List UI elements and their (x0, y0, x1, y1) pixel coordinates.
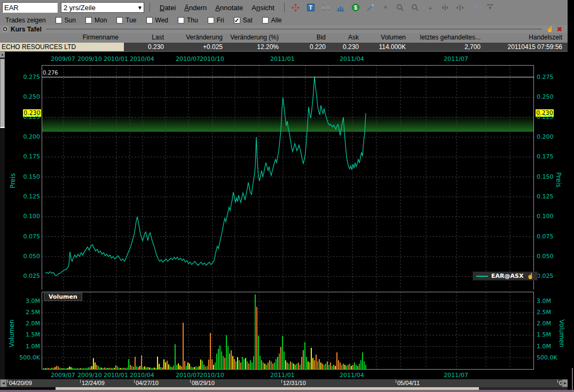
separator (284, 3, 285, 12)
quote-cell: 0.220 (284, 43, 331, 51)
day-label: Fri (217, 17, 224, 24)
wrench-icon[interactable] (470, 3, 480, 12)
scrollbar-date-label: 05/04/11 (397, 380, 420, 386)
hand-icon: ☝ (526, 273, 534, 279)
checkbox-icon[interactable] (146, 17, 153, 23)
checkbox-icon[interactable] (116, 17, 123, 23)
column-header[interactable]: Handelszeit (486, 33, 568, 43)
scroll-left-button[interactable]: ◄ (0, 379, 7, 387)
price-axis-title-right: Preis (555, 172, 562, 188)
collapse-panel-icon[interactable]: ▼ (2, 26, 8, 32)
move-icon[interactable] (291, 3, 301, 12)
candlestick-icon[interactable] (321, 3, 331, 12)
quote-cell: +0.025 (169, 43, 228, 51)
price-tick-label: 0.025 (3, 273, 40, 279)
checkbox-icon[interactable] (178, 17, 184, 23)
tick-mark (190, 380, 191, 383)
legend-label: EAR@ASX (491, 273, 523, 279)
series-legend[interactable]: EAR@ASX ☝ (473, 271, 538, 281)
collapse-horizontal-icon[interactable] (455, 3, 465, 12)
x-axis-label: 2010/07 (176, 55, 200, 62)
scrollbar-date-label: 04/20/09 (9, 380, 32, 386)
day-checkbox-thu[interactable]: Thu (178, 17, 198, 24)
symbol-input[interactable] (2, 2, 58, 13)
scrollbar-date: 08/29/10 (190, 380, 215, 386)
text-tool-icon[interactable]: T (306, 3, 316, 12)
volume-tick-label: 500.0K (3, 354, 40, 361)
menu-bar: DateiÄndernAnnotateAnsicht (155, 4, 279, 12)
zoom-out-icon[interactable] (411, 3, 420, 12)
period-select[interactable]: 2 yrs/Zeile ▼ (61, 2, 144, 13)
column-header[interactable]: Last (124, 33, 169, 43)
x-axis-label: 2010/04 (130, 372, 154, 379)
x-axis-label: 2011/07 (444, 372, 468, 379)
price-tick-label: 0.275 (3, 74, 40, 81)
checkbox-icon[interactable] (56, 17, 62, 23)
trendline-caret-icon[interactable]: ▼ (381, 3, 390, 12)
date-scrollbar[interactable]: 04/20/0912/24/0904/27/1008/29/1012/31/10… (0, 379, 569, 387)
day-checkbox-alle[interactable]: Alle (262, 17, 282, 24)
day-checkbox-mon[interactable]: Mon (85, 17, 107, 24)
volume-chart[interactable] (42, 292, 534, 370)
day-label: Alle (271, 17, 282, 24)
column-header[interactable]: Veränderung (%) (228, 33, 284, 43)
day-checkbox-wed[interactable]: Wed (146, 17, 168, 24)
tick-mark (281, 380, 282, 383)
crosshair-icon[interactable]: + (426, 3, 435, 12)
price-tick-label: 0.100 (3, 213, 40, 220)
chevron-down-icon[interactable]: ▼ (137, 5, 143, 11)
x-axis-label: 2011/07 (444, 55, 468, 62)
column-header[interactable]: Ask (331, 33, 364, 43)
x-axis-label: 2011/04 (340, 55, 364, 62)
day-checkbox-tue[interactable]: Tue (116, 17, 136, 24)
app-window: 2 yrs/Zeile ▼ DateiÄndernAnnotateAnsicht… (0, 0, 574, 392)
column-header[interactable]: Veränderung (169, 33, 228, 43)
x-axis-label: 2010/07 (176, 372, 200, 379)
scrollbar-date-label: 12/31/10 (283, 380, 306, 386)
menu-datei[interactable]: Datei (160, 4, 176, 12)
x-axis-label: 2009/07 (51, 55, 75, 62)
checkbox-icon[interactable] (262, 17, 269, 23)
column-header[interactable]: Volumen (364, 33, 411, 43)
expand-horizontal-icon[interactable] (441, 3, 450, 12)
hand-icon[interactable]: ☝ (546, 26, 554, 33)
price-tick-label: 0.175 (3, 153, 40, 160)
price-tick-label: 0.200 (3, 133, 40, 140)
column-header[interactable]: Bid (284, 33, 331, 43)
x-axis-label: 2011/01 (270, 372, 295, 379)
vertical-scrollbar-thumb[interactable] (0, 59, 5, 128)
day-checkbox-fri[interactable]: Fri (208, 17, 224, 24)
scroll-up-button[interactable]: ▲ (0, 52, 5, 58)
scrollbar-date-label: 08/29/10 (192, 380, 215, 386)
filter-icon[interactable]: ▼ (485, 3, 495, 12)
scrollbar-date: 05/04/11 (396, 380, 420, 386)
menu-annotate[interactable]: Annotate (215, 4, 243, 12)
x-axis-label: 2010/01 (104, 55, 128, 62)
menu-ansicht[interactable]: Ansicht (251, 4, 274, 12)
zoom-in-icon[interactable] (396, 3, 405, 12)
quote-cell: 0.230 (331, 43, 364, 51)
day-checkbox-sun[interactable]: Sun (56, 17, 76, 24)
day-checkbox-sat[interactable]: ✓Sat (234, 17, 253, 24)
x-axis-label: 2011/01 (270, 55, 295, 62)
trades-row: Trades zeigen SunMonTueWedThuFri✓SatAlle (0, 15, 568, 25)
dollar-icon[interactable]: $ (351, 3, 360, 12)
checkbox-icon[interactable]: ✓ (234, 17, 240, 23)
bar-chart-icon[interactable] (336, 3, 345, 12)
column-header[interactable]: Firmenname (0, 33, 124, 43)
close-icon[interactable]: ✖ (557, 26, 562, 33)
window-border-right (572, 368, 573, 392)
checkbox-icon[interactable] (85, 17, 92, 23)
separator (150, 3, 150, 12)
menu-ndern[interactable]: Ändern (184, 4, 207, 12)
volume-tick-label: 2.5M (3, 309, 40, 316)
day-label: Sat (243, 17, 253, 24)
checkbox-icon[interactable] (208, 17, 214, 23)
price-chart[interactable] (42, 65, 534, 290)
trendline-icon[interactable] (366, 3, 375, 12)
column-header[interactable]: letztes gehandeltes... (411, 33, 486, 43)
quote-row[interactable]: ECHO RESOURCES LTD0.230+0.02512.20%0.220… (0, 43, 568, 52)
trades-label: Trades zeigen (5, 17, 46, 24)
price-tick-label: 0.050 (3, 253, 40, 260)
right-edge (568, 0, 574, 392)
